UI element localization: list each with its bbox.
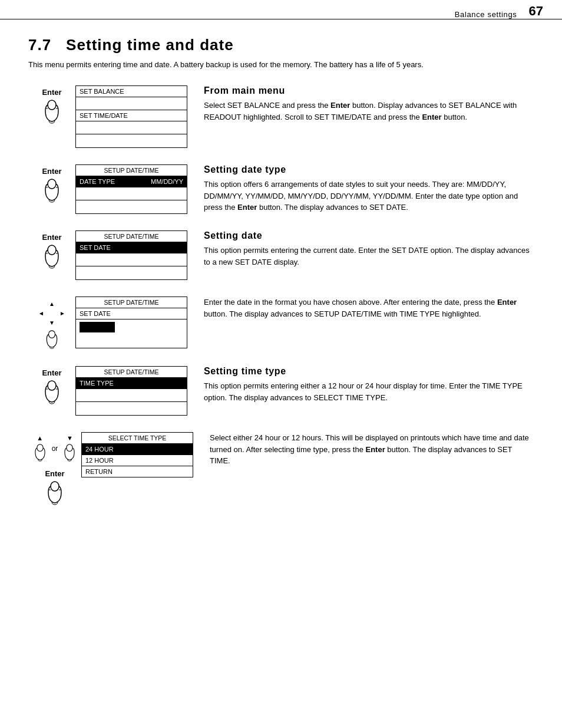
block-time-type: Enter SETUP DATE/TIME TIME TYPE Setting … [28,366,534,416]
block-date-type: Enter SETUP DATE/TIME DATE TYPEMM/DD/YY [28,164,534,214]
display-time-type: SETUP DATE/TIME TIME TYPE [75,366,187,416]
enter-icon-area-3: Enter [28,230,75,269]
hand-icon-6a [32,442,48,462]
header-title: Balance settings [455,10,517,19]
arrows-icon-area: ▲ ◄ ► ▼ [28,297,75,350]
enter-icon-area-6: Enter [44,469,66,505]
svg-point-14 [67,444,72,452]
hand-icon-5 [41,378,63,404]
right-arrow-icon: ► [58,308,67,318]
main-content: 7.7 Setting time and date This menu perm… [0,19,562,541]
text-main-menu: From main menu Select SET BALANCE and pr… [204,85,534,123]
text-set-date: Setting date This option permits enterin… [204,230,534,268]
text-date-type: Setting date type This option offers 6 a… [204,164,534,213]
block-select-time-type: ▲ or ▼ Ente [28,432,534,505]
svg-point-6 [48,245,56,255]
intro-text: This menu permits entering time and date… [28,60,534,69]
svg-point-10 [48,381,56,390]
svg-point-15 [51,482,59,491]
hand-icon-4 [43,328,61,350]
svg-point-13 [37,444,42,452]
hand-icon-3 [41,243,63,269]
page-header: Balance settings 67 [0,0,562,19]
enter-icon-area-1: Enter [28,85,75,124]
left-arrow-icon: ◄ [37,308,46,318]
svg-point-9 [48,331,55,338]
svg-point-0 [48,100,56,110]
text-select-time-type: Select either 24 hour or 12 hours. This … [210,432,534,467]
text-enter-date: Enter the date in the format you have ch… [204,297,534,319]
section-title: 7.7 Setting time and date [28,36,534,54]
or-arrows-row: ▲ or ▼ [32,434,78,462]
hand-icon-6c [44,479,66,505]
enter-icon-area-2: Enter [28,164,75,203]
display-select-time-type: SELECT TIME TYPE 24 HOUR 12 HOUR RETURN [81,432,193,477]
hand-icon-1 [41,98,63,124]
enter-icon-area-5: Enter [28,366,75,404]
block-set-date: Enter SETUP DATE/TIME SET DATE Setting d… [28,230,534,280]
hand-icon-2 [41,177,63,203]
block-main-menu: Enter SET BALANCE SET TIME/DATE From [28,85,534,148]
block-enter-date: ▲ ◄ ► ▼ SETUP DATE/TIME [28,297,534,350]
arrow-nav: ▲ ◄ ► ▼ [37,299,67,350]
display-date-type: SETUP DATE/TIME DATE TYPEMM/DD/YY [75,164,187,214]
hand-icon-6b [61,442,78,462]
page-number: 67 [529,5,543,19]
up-arrow-icon: ▲ [47,299,57,308]
display-set-date: SETUP DATE/TIME SET DATE [75,230,187,280]
display-main-menu: SET BALANCE SET TIME/DATE [75,85,187,148]
svg-point-3 [48,179,56,189]
text-time-type: Setting time type This option permits en… [204,366,534,403]
down-arrow-icon: ▼ [47,318,57,327]
or-arrows-enter-icon-area: ▲ or ▼ Ente [28,432,81,505]
display-enter-date: SETUP DATE/TIME SET DATE [75,297,187,348]
